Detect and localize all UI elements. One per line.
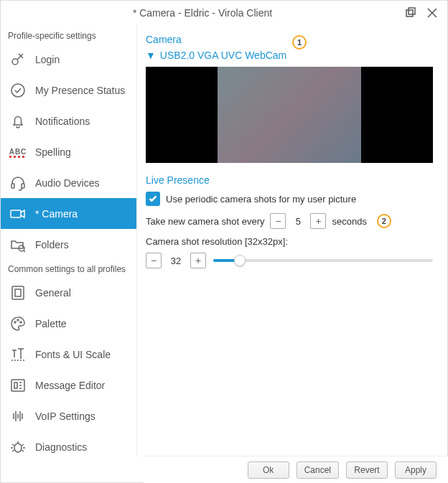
bug-icon	[8, 437, 28, 457]
svg-rect-15	[11, 380, 24, 391]
spelling-icon: ABC	[8, 142, 28, 162]
interval-value: 5	[291, 216, 304, 227]
sidebar-item-audio[interactable]: Audio Devices	[1, 167, 136, 198]
callout-2: 2	[377, 214, 391, 228]
revert-button[interactable]: Revert	[346, 461, 388, 479]
camera-icon	[8, 204, 28, 224]
cancel-button[interactable]: Cancel	[297, 461, 339, 479]
svg-rect-6	[11, 184, 14, 188]
sidebar-item-spelling[interactable]: ABC Spelling	[1, 136, 136, 167]
sidebar-item-diagnostics[interactable]: Diagnostics	[1, 431, 136, 462]
sidebar-item-label: Folders	[35, 239, 69, 250]
fonts-icon	[8, 344, 28, 365]
slider-track	[213, 259, 433, 262]
svg-point-5	[11, 84, 24, 97]
periodic-shots-label: Use periodic camera shots for my user pi…	[166, 194, 356, 205]
svg-rect-1	[409, 8, 415, 14]
interval-increment-button[interactable]: +	[310, 213, 326, 229]
resolution-increment-button[interactable]: +	[190, 253, 206, 268]
chevron-down-icon: ▼	[146, 50, 156, 61]
profile-section-label: Profile-specific settings	[1, 27, 136, 44]
camera-preview	[146, 67, 433, 163]
resolution-decrement-button[interactable]: −	[146, 253, 162, 268]
resolution-label: Camera shot resolution [32x32px]:	[146, 236, 433, 247]
camera-section-title: Camera	[146, 34, 433, 45]
window-title: * Camera - Eldric - Virola Client	[8, 7, 397, 19]
svg-point-4	[12, 59, 18, 65]
svg-rect-8	[11, 210, 21, 217]
sidebar-item-palette[interactable]: Palette	[1, 308, 136, 339]
resolution-value: 32	[169, 255, 183, 266]
sidebar-item-label: Diagnostics	[35, 441, 87, 453]
common-section-label: Common settings to all profiles	[1, 260, 136, 277]
resolution-slider[interactable]	[213, 253, 433, 268]
sidebar-item-editor[interactable]: Message Editor	[1, 370, 136, 400]
sidebar-item-general[interactable]: General	[1, 277, 136, 308]
sidebar-item-folders[interactable]: Folders	[1, 229, 136, 260]
bell-icon	[8, 111, 28, 131]
sidebar-item-fonts[interactable]: Fonts & UI Scale	[1, 339, 136, 370]
close-icon[interactable]	[424, 5, 440, 21]
svg-point-16	[14, 444, 22, 452]
svg-point-14	[20, 322, 22, 323]
key-icon	[8, 50, 28, 70]
callout-1: 1	[292, 35, 307, 50]
svg-rect-11	[15, 289, 21, 296]
sidebar-item-label: VoIP Settings	[35, 411, 95, 422]
titlebar: * Camera - Eldric - Virola Client	[1, 1, 447, 25]
periodic-shots-checkbox[interactable]	[146, 192, 160, 206]
sidebar-item-label: * Camera	[35, 208, 78, 220]
svg-rect-7	[22, 184, 24, 188]
headset-icon	[8, 173, 28, 193]
apply-button[interactable]: Apply	[395, 461, 437, 479]
sidebar-item-voip[interactable]: VoIP Settings	[1, 400, 136, 431]
sidebar-item-label: Audio Devices	[35, 177, 100, 189]
sidebar-item-label: Spelling	[35, 146, 71, 158]
check-circle-icon	[8, 80, 28, 100]
slider-thumb[interactable]	[234, 255, 246, 266]
live-presence-title: Live Presence	[146, 174, 433, 186]
camera-device-dropdown[interactable]: ▼ USB2.0 VGA UVC WebCam	[146, 50, 433, 61]
sidebar-item-label: Notifications	[35, 116, 90, 127]
editor-icon	[8, 375, 28, 395]
interval-decrement-button[interactable]: −	[270, 213, 286, 229]
camera-device-name: USB2.0 VGA UVC WebCam	[160, 50, 286, 61]
svg-rect-10	[12, 286, 24, 299]
svg-point-12	[14, 322, 16, 323]
interval-label-post: seconds	[332, 216, 366, 227]
camera-preview-image	[218, 67, 361, 163]
sidebar-item-notifications[interactable]: Notifications	[1, 105, 136, 136]
palette-icon	[8, 314, 28, 334]
maximize-icon[interactable]	[403, 5, 419, 21]
sidebar-item-label: Message Editor	[35, 380, 105, 391]
sidebar-item-label: Login	[35, 54, 60, 65]
sidebar-item-label: Palette	[35, 318, 67, 329]
sidebar-item-camera[interactable]: * Camera	[1, 198, 136, 229]
interval-label-pre: Take new camera shot every	[146, 216, 264, 227]
sidebar-item-login[interactable]: Login	[1, 44, 136, 75]
main-panel: Camera ▼ USB2.0 VGA UVC WebCam 1 Live Pr…	[137, 25, 447, 456]
ok-button[interactable]: Ok	[248, 461, 289, 479]
svg-point-13	[17, 319, 19, 321]
general-icon	[8, 283, 28, 303]
sidebar-item-label: My Presence Status	[35, 85, 125, 96]
sidebar-item-label: Fonts & UI Scale	[35, 349, 111, 360]
sidebar-item-label: General	[35, 287, 71, 299]
sidebar: Profile-specific settings Login My Prese…	[1, 25, 137, 456]
folders-icon	[8, 235, 28, 255]
dialog-footer: Ok Cancel Revert Apply	[144, 456, 448, 483]
sidebar-item-presence[interactable]: My Presence Status	[1, 75, 136, 105]
svg-rect-0	[406, 10, 413, 17]
voip-icon	[8, 406, 28, 426]
